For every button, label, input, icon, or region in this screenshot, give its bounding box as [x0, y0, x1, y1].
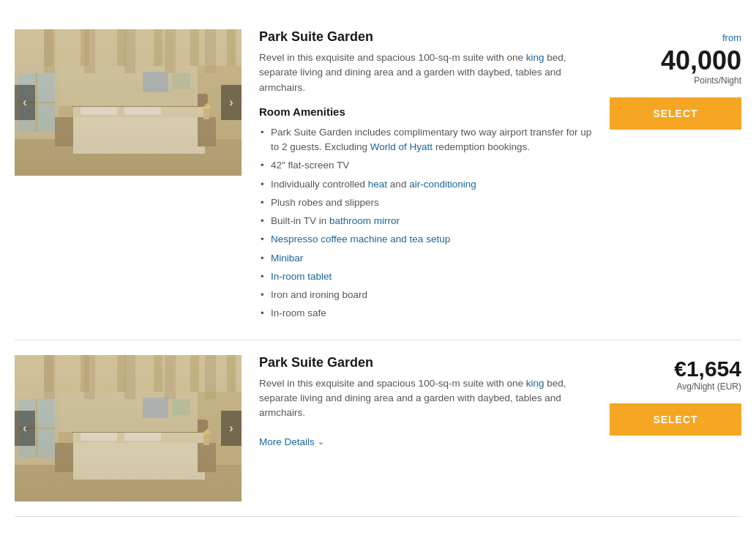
price-from-label-1: from [722, 32, 741, 43]
chevron-left-icon: ‹ [23, 96, 26, 109]
room-details-2: Park Suite Garden Revel in this exquisit… [259, 355, 592, 448]
svg-rect-44 [198, 443, 216, 472]
svg-rect-20 [203, 108, 209, 119]
price-euro-2: €1,654 [674, 358, 741, 380]
svg-rect-5 [154, 29, 162, 66]
amenity-item: Individually controlled heat and air-con… [259, 177, 592, 192]
svg-rect-13 [73, 102, 205, 154]
room-image-2 [15, 355, 242, 502]
amenities-list-1: Park Suite Garden includes complimentary… [259, 125, 592, 321]
svg-rect-29 [117, 355, 126, 392]
carousel-next-button-1[interactable]: › [221, 85, 242, 120]
svg-rect-33 [15, 465, 242, 502]
page-wrapper: ‹ › Park Suite Garden Revel in this exqu… [0, 0, 756, 532]
heat-link[interactable]: heat [368, 179, 387, 190]
svg-rect-18 [55, 117, 73, 146]
bathroom-link[interactable]: bathroom mirror [329, 215, 400, 226]
svg-marker-21 [201, 102, 212, 108]
room-card-1: ‹ › Park Suite Garden Revel in this exqu… [15, 15, 741, 340]
svg-rect-41 [124, 430, 161, 441]
chevron-right-icon: › [229, 422, 233, 435]
amenity-item: Iron and ironing board [259, 288, 592, 302]
room-pricing-2: €1,654 Avg/Night (EUR) SELECT [610, 355, 741, 436]
king-bed-link-2[interactable]: king [526, 378, 544, 389]
room-description-2: Revel in this exquisite and spacious 100… [259, 376, 592, 421]
svg-rect-6 [190, 29, 199, 66]
amenity-item: Nespresso coffee machine and tea setup [259, 232, 592, 247]
svg-rect-8 [15, 139, 242, 176]
carousel-next-button-2[interactable]: › [221, 411, 242, 446]
amenity-item: 42″ flat-screen TV [259, 158, 592, 173]
svg-rect-16 [124, 104, 161, 115]
svg-rect-2 [44, 29, 53, 66]
amenity-item: Built-in TV in bathroom mirror [259, 214, 592, 228]
nespresso-link[interactable]: Nespresso coffee machine and tea setup [271, 234, 450, 245]
tablet-link[interactable]: In-room tablet [271, 271, 332, 282]
svg-rect-23 [143, 72, 168, 92]
room-image-carousel-2: ‹ › [15, 355, 242, 502]
svg-rect-26 [15, 355, 242, 392]
svg-rect-40 [81, 430, 117, 441]
room-image-carousel-1: ‹ › [15, 29, 242, 176]
svg-rect-7 [227, 29, 236, 66]
world-of-hyatt-link[interactable]: World of Hyatt [370, 141, 433, 152]
svg-rect-49 [172, 399, 190, 415]
amenity-item: Park Suite Garden includes complimentary… [259, 125, 592, 155]
chevron-right-icon: › [229, 96, 233, 109]
svg-rect-3 [81, 29, 89, 66]
more-details-label: More Details [259, 436, 315, 447]
svg-rect-30 [154, 355, 162, 392]
svg-rect-31 [190, 355, 199, 392]
svg-rect-4 [117, 29, 126, 66]
room-title-1: Park Suite Garden [259, 29, 592, 45]
svg-rect-15 [81, 104, 117, 115]
room-image-1 [15, 29, 242, 176]
carousel-prev-button-1[interactable]: ‹ [15, 85, 35, 120]
svg-rect-27 [44, 355, 53, 392]
chevron-left-icon: ‹ [23, 422, 26, 435]
svg-rect-24 [172, 73, 190, 89]
amenity-item: Plush robes and slippers [259, 195, 592, 210]
svg-rect-42 [70, 420, 208, 433]
svg-rect-14 [73, 102, 205, 117]
svg-rect-38 [73, 428, 205, 480]
svg-rect-48 [143, 398, 168, 418]
room-details-1: Park Suite Garden Revel in this exquisit… [259, 29, 592, 325]
price-points-1: 40,000 [661, 48, 741, 74]
price-per-night-label-1: Points/Night [694, 75, 741, 86]
svg-rect-19 [198, 117, 216, 146]
amenity-item: Minibar [259, 251, 592, 266]
room-description-1: Revel in this exquisite and spacious 100… [259, 51, 592, 95]
svg-rect-0 [15, 29, 242, 176]
svg-rect-47 [59, 392, 198, 432]
carousel-prev-button-2[interactable]: ‹ [15, 411, 35, 446]
minibar-link[interactable]: Minibar [271, 253, 303, 264]
room-svg-1 [15, 29, 242, 176]
ac-link[interactable]: air-conditioning [409, 179, 476, 190]
select-button-2[interactable]: SELECT [610, 403, 741, 436]
svg-rect-22 [59, 66, 198, 106]
price-per-night-label-2: Avg/Night (EUR) [677, 381, 741, 392]
room-pricing-1: from 40,000 Points/Night SELECT [610, 29, 741, 130]
select-button-1[interactable]: SELECT [610, 97, 741, 130]
amenity-item: In-room safe [259, 306, 592, 321]
svg-rect-17 [70, 94, 208, 107]
svg-rect-1 [15, 29, 242, 66]
svg-rect-45 [203, 434, 209, 445]
svg-rect-25 [15, 355, 242, 502]
chevron-down-icon: ⌄ [318, 437, 324, 447]
room-svg-2 [15, 355, 242, 502]
svg-rect-32 [227, 355, 236, 392]
amenities-title-1: Room Amenities [259, 105, 592, 118]
room-title-2: Park Suite Garden [259, 355, 592, 370]
svg-rect-43 [55, 443, 73, 472]
svg-rect-39 [73, 428, 205, 443]
amenity-item: In-room tablet [259, 269, 592, 284]
room-card-2: ‹ › Park Suite Garden Revel in this exqu… [15, 340, 741, 517]
king-bed-link[interactable]: king [526, 52, 544, 63]
svg-marker-46 [201, 428, 212, 434]
svg-rect-28 [81, 355, 89, 392]
more-details-link[interactable]: More Details ⌄ [259, 436, 324, 447]
